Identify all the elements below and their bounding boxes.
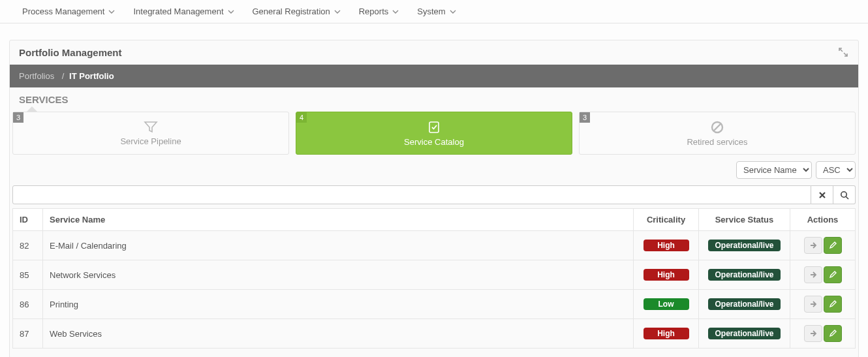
status-pill: Operational/live	[708, 328, 780, 339]
table-row[interactable]: 87Web ServicesHighOperational/live	[13, 319, 856, 349]
svg-line-2	[713, 123, 721, 131]
panel-header: Portfolio Management	[10, 40, 858, 65]
nav-integrated-management[interactable]: Integrated Management	[124, 1, 243, 22]
card-label: Service Catalog	[404, 137, 464, 147]
cell-id: 86	[13, 290, 43, 319]
search-input[interactable]	[12, 185, 811, 204]
criticality-pill: High	[643, 328, 689, 339]
arrow-right-icon	[809, 300, 817, 308]
svg-point-3	[841, 191, 846, 196]
edit-button[interactable]	[824, 266, 842, 283]
nav-reports[interactable]: Reports	[350, 1, 409, 22]
pencil-icon	[829, 300, 837, 308]
cell-criticality: High	[634, 319, 699, 349]
col-actions: Actions	[790, 209, 856, 231]
forbidden-icon	[710, 120, 724, 134]
card-badge: 3	[13, 112, 23, 123]
card-retired-services[interactable]: 3 Retired services	[579, 112, 856, 155]
criticality-pill: Low	[643, 298, 689, 310]
table-row[interactable]: 86PrintingLowOperational/live	[13, 290, 856, 319]
status-pill: Operational/live	[708, 298, 780, 310]
expand-button[interactable]	[839, 48, 849, 58]
edit-button[interactable]	[824, 296, 842, 313]
chevron-down-icon	[108, 8, 115, 15]
view-button[interactable]	[804, 296, 822, 313]
cell-id: 87	[13, 319, 43, 349]
sort-row: Service Name ASC	[10, 155, 858, 185]
cell-actions	[790, 290, 856, 319]
service-cards: 3 Service Pipeline 4 Service Catalog 3 R…	[10, 112, 858, 155]
top-nav: Process Management Integrated Management…	[0, 0, 868, 23]
table-row[interactable]: 82E-Mail / CalendaringHighOperational/li…	[13, 231, 856, 260]
nav-label: Reports	[359, 7, 389, 16]
close-icon	[818, 191, 826, 199]
card-badge: 3	[580, 112, 590, 123]
edit-button[interactable]	[824, 325, 842, 342]
breadcrumb-current: IT Portfolio	[69, 71, 114, 81]
arrow-right-icon	[809, 330, 817, 337]
svg-line-4	[846, 196, 848, 199]
search-button[interactable]	[833, 185, 856, 204]
svg-rect-0	[429, 122, 439, 132]
chevron-down-icon	[334, 8, 341, 15]
edit-button[interactable]	[824, 237, 842, 254]
nav-general-registration[interactable]: General Registration	[243, 1, 350, 22]
criticality-pill: High	[643, 240, 689, 251]
chevron-down-icon	[228, 8, 234, 15]
pencil-icon	[829, 271, 837, 279]
cell-id: 82	[13, 231, 43, 260]
cell-status: Operational/live	[699, 260, 790, 290]
cell-status: Operational/live	[699, 290, 790, 319]
card-service-catalog[interactable]: 4 Service Catalog	[296, 112, 572, 155]
chevron-down-icon	[392, 8, 399, 15]
nav-label: Integrated Management	[133, 7, 223, 16]
card-service-pipeline[interactable]: 3 Service Pipeline	[12, 112, 289, 155]
cell-actions	[790, 260, 856, 290]
expand-icon	[839, 48, 848, 57]
nav-label: Process Management	[22, 7, 104, 16]
pencil-icon	[829, 330, 837, 337]
nav-label: General Registration	[253, 7, 330, 16]
nav-system[interactable]: System	[408, 1, 465, 22]
services-heading: SERVICES	[10, 87, 858, 106]
view-button[interactable]	[804, 266, 822, 283]
arrow-right-icon	[809, 241, 817, 249]
nav-process-management[interactable]: Process Management	[13, 1, 124, 22]
cell-name: Printing	[43, 290, 634, 319]
cell-criticality: Low	[634, 290, 699, 319]
col-service-name[interactable]: Service Name	[43, 209, 634, 231]
services-pointer	[27, 106, 37, 112]
cell-status: Operational/live	[699, 319, 790, 349]
cell-name: Network Services	[43, 260, 634, 290]
sort-field-select[interactable]: Service Name	[736, 161, 812, 179]
card-label: Retired services	[687, 137, 747, 147]
card-badge: 4	[296, 112, 307, 123]
panel-title: Portfolio Management	[19, 47, 122, 58]
cell-actions	[790, 319, 856, 349]
table-row[interactable]: 85Network ServicesHighOperational/live	[13, 260, 856, 290]
clear-search-button[interactable]	[811, 185, 833, 204]
breadcrumb-root[interactable]: Portfolios	[19, 71, 54, 81]
col-id[interactable]: ID	[13, 209, 43, 231]
card-label: Service Pipeline	[120, 136, 181, 146]
breadcrumb-sep: /	[62, 71, 65, 81]
funnel-icon	[144, 121, 158, 134]
search-icon	[840, 191, 849, 200]
pencil-icon	[829, 241, 837, 249]
view-button[interactable]	[804, 237, 822, 254]
view-button[interactable]	[804, 325, 822, 342]
sort-direction-select[interactable]: ASC	[816, 161, 856, 179]
col-service-status[interactable]: Service Status	[699, 209, 790, 231]
breadcrumb: Portfolios / IT Portfolio	[10, 65, 858, 87]
portfolio-panel: Portfolio Management Portfolios / IT Por…	[9, 40, 859, 357]
table-header-row: ID Service Name Criticality Service Stat…	[13, 209, 856, 231]
arrow-right-icon	[809, 271, 817, 279]
cell-actions	[790, 231, 856, 260]
col-criticality[interactable]: Criticality	[634, 209, 699, 231]
status-pill: Operational/live	[708, 269, 780, 281]
check-doc-icon	[426, 120, 442, 134]
search-row	[10, 185, 858, 208]
cell-name: Web Services	[43, 319, 634, 349]
chevron-down-icon	[450, 8, 456, 15]
cell-id: 85	[13, 260, 43, 290]
